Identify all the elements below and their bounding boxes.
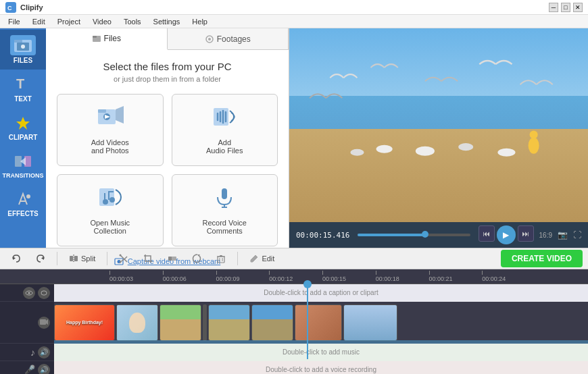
menu-settings[interactable]: Settings bbox=[148, 16, 186, 27]
progress-fill bbox=[358, 234, 425, 236]
files-icon bbox=[10, 35, 36, 55]
menu-help[interactable]: Help bbox=[187, 16, 213, 27]
clip-beach3[interactable] bbox=[251, 304, 293, 341]
sidebar-label-effects: EFFECTS bbox=[7, 210, 39, 217]
clip-beach2[interactable] bbox=[208, 304, 250, 341]
voice-track: 🎤 🔊 Double-click to add a voice recordin… bbox=[0, 361, 588, 374]
open-music-button[interactable]: Open MusicCollection bbox=[57, 174, 164, 246]
title-bar: C Clipify ─ □ ✕ bbox=[0, 0, 588, 15]
clip-portrait[interactable] bbox=[116, 304, 158, 341]
svg-point-46 bbox=[120, 261, 122, 263]
menu-file[interactable]: File bbox=[3, 16, 26, 27]
caption-track-link[interactable] bbox=[38, 287, 50, 299]
add-audio-button[interactable]: AddAudio Files bbox=[172, 94, 278, 166]
sidebar-item-text[interactable]: T TEXT bbox=[0, 70, 46, 108]
play-button[interactable]: ▶ bbox=[497, 225, 516, 244]
sidebar: FILES T TEXT CLIPART TRANSITIONS EFFECTS bbox=[0, 28, 46, 248]
undo-button[interactable] bbox=[5, 251, 27, 266]
music-track-content[interactable]: Double-click to add music bbox=[54, 344, 588, 361]
voice-track-controls: 🎤 🔊 bbox=[0, 361, 54, 374]
rewind-button[interactable]: ⏮ bbox=[479, 225, 495, 242]
svg-marker-41 bbox=[41, 257, 44, 260]
crop-button[interactable] bbox=[137, 251, 159, 266]
window-controls[interactable]: ─ □ ✕ bbox=[549, 3, 583, 12]
panel-tabs: Files Footages bbox=[46, 28, 289, 50]
panel-subtitle: or just drop them in from a folder bbox=[114, 75, 221, 83]
clips-container: Happy Birthday! bbox=[54, 302, 588, 344]
panel-title: Select the files from your PC bbox=[103, 61, 231, 72]
seagulls-layer bbox=[289, 28, 588, 222]
tab-files[interactable]: Files bbox=[46, 28, 168, 50]
svg-point-24 bbox=[109, 197, 115, 203]
svg-marker-40 bbox=[13, 257, 16, 260]
edit-icon bbox=[249, 254, 259, 263]
video-track-camera[interactable] bbox=[38, 317, 50, 329]
sidebar-item-effects[interactable]: EFFECTS bbox=[0, 184, 46, 223]
timeline: 00:00:03 00:00:06 00:00:09 00:00:12 00:0… bbox=[0, 269, 588, 374]
create-video-button[interactable]: CREATE VIDEO bbox=[501, 250, 583, 267]
ruler-mark-4: 00:00:15 bbox=[321, 271, 374, 282]
svg-rect-52 bbox=[220, 255, 222, 257]
ruler-mark-0: 00:00:03 bbox=[108, 271, 162, 282]
time-display: 00:00:15.416 bbox=[296, 231, 349, 240]
delete-button[interactable] bbox=[210, 251, 232, 266]
record-voice-button[interactable]: Record VoiceComments bbox=[172, 174, 278, 246]
fullscreen-icon[interactable]: ⛶ bbox=[573, 230, 581, 240]
music-track-vol[interactable]: 🔊 bbox=[38, 346, 50, 358]
caption-track-content[interactable]: Double-click to add a caption or clipart bbox=[54, 284, 588, 302]
voice-hint-text: Double-click to add a voice recording bbox=[54, 361, 588, 375]
menu-edit[interactable]: Edit bbox=[27, 16, 51, 27]
add-audio-icon bbox=[212, 105, 237, 133]
redo-button[interactable] bbox=[30, 251, 51, 266]
sidebar-item-clipart[interactable]: CLIPART bbox=[0, 108, 46, 146]
maximize-button[interactable]: □ bbox=[561, 3, 570, 12]
add-audio-label: AddAudio Files bbox=[206, 138, 243, 155]
svg-point-36 bbox=[350, 149, 364, 156]
svg-rect-43 bbox=[74, 256, 78, 261]
add-videos-button[interactable]: Add Videosand Photos bbox=[57, 94, 164, 166]
trim-button[interactable] bbox=[162, 251, 183, 266]
main-container: FILES T TEXT CLIPART TRANSITIONS EFFECTS bbox=[0, 28, 588, 248]
music-hint-text: Double-click to add music bbox=[54, 344, 588, 361]
menu-project[interactable]: Project bbox=[52, 16, 86, 27]
menu-tools[interactable]: Tools bbox=[118, 16, 147, 27]
menu-video[interactable]: Video bbox=[87, 16, 117, 27]
caption-track-controls bbox=[0, 284, 54, 301]
split-button[interactable]: Split bbox=[63, 251, 101, 266]
svg-text:C: C bbox=[7, 5, 12, 11]
svg-rect-3 bbox=[14, 40, 22, 43]
ruler-mark-5: 00:00:18 bbox=[374, 271, 428, 282]
progress-handle[interactable] bbox=[422, 231, 428, 238]
panel-content: Select the files from your PC or just dr… bbox=[46, 50, 289, 276]
svg-rect-42 bbox=[70, 256, 73, 261]
edit-button[interactable]: Edit bbox=[243, 251, 280, 266]
playback-controls: ⏮ ▶ ⏭ bbox=[479, 225, 534, 244]
ruler-mark-7: 00:00:24 bbox=[481, 271, 534, 282]
sidebar-item-files[interactable]: FILES bbox=[0, 30, 46, 70]
clip-sky[interactable] bbox=[343, 304, 397, 341]
voice-track-content[interactable]: Double-click to add a voice recording bbox=[54, 361, 588, 375]
action-grid: Add Videosand Photos AddAudio Files Open… bbox=[57, 94, 278, 246]
video-track-content[interactable]: Happy Birthday! bbox=[54, 302, 588, 344]
clip-sunset[interactable] bbox=[295, 304, 342, 341]
minimize-button[interactable]: ─ bbox=[549, 3, 558, 12]
ruler-marks: 00:00:03 00:00:06 00:00:09 00:00:12 00:0… bbox=[108, 269, 534, 284]
files-tab-icon bbox=[92, 34, 101, 43]
crop-icon bbox=[143, 254, 153, 263]
sidebar-item-transitions[interactable]: TRANSITIONS bbox=[0, 146, 46, 184]
cut-button[interactable] bbox=[113, 251, 134, 266]
clip-beach1[interactable] bbox=[160, 304, 201, 341]
voice-track-vol[interactable]: 🔊 bbox=[38, 364, 50, 375]
rotate-button[interactable] bbox=[186, 251, 207, 266]
svg-rect-28 bbox=[222, 188, 227, 199]
close-button[interactable]: ✕ bbox=[573, 3, 583, 12]
delete-icon bbox=[216, 254, 226, 263]
forward-button[interactable]: ⏭ bbox=[518, 225, 534, 242]
progress-bar[interactable] bbox=[358, 234, 470, 236]
timeline-ruler: 00:00:03 00:00:06 00:00:09 00:00:12 00:0… bbox=[0, 269, 588, 284]
caption-track-eye[interactable] bbox=[23, 287, 35, 299]
clip-birthday[interactable]: Happy Birthday! bbox=[54, 304, 115, 341]
music-track-controls: ♪ 🔊 bbox=[0, 344, 54, 360]
redo-icon bbox=[36, 254, 45, 263]
tab-footages[interactable]: Footages bbox=[168, 28, 289, 49]
